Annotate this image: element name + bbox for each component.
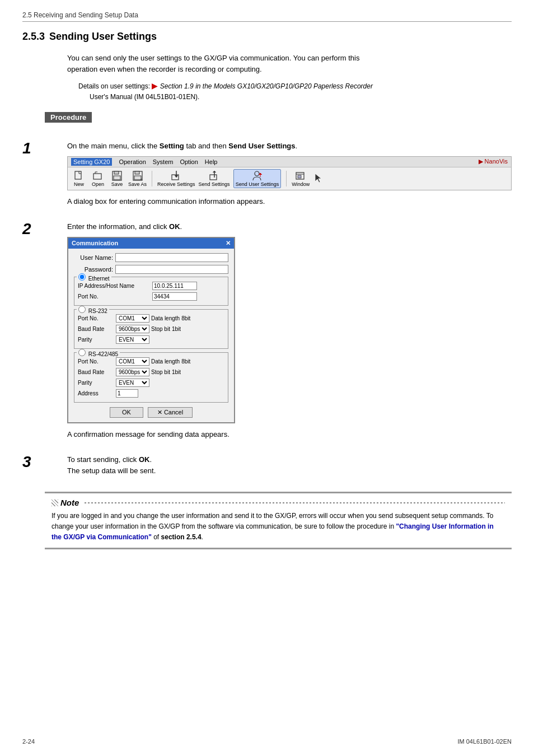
password-label: Password: — [74, 266, 113, 273]
rs422-address-input[interactable] — [116, 389, 138, 398]
rs232-port-row: Port No. COM1 Data length 8bit — [78, 314, 224, 323]
dialog-close-btn[interactable]: ✕ — [226, 240, 231, 247]
save-as-button[interactable]: + Save As — [128, 170, 147, 187]
dialog-buttons: OK ✕ Cancel — [74, 407, 228, 418]
rs422-group: RS-422/485 Port No. COM1 Data length 8bi… — [74, 352, 228, 403]
rs232-port-label: Port No. — [78, 315, 114, 321]
svg-rect-4 — [114, 176, 120, 180]
menu-help[interactable]: Help — [205, 158, 218, 165]
send-settings-button[interactable]: Send Settings — [199, 170, 230, 187]
breadcrumb: 2.5 Receiving and Sending Setup Data — [22, 11, 512, 22]
new-button[interactable]: New — [71, 170, 87, 187]
section-intro: You can send only the user settings to t… — [67, 53, 512, 74]
rs422-legend: RS-422/485 — [77, 349, 120, 357]
procedure-label: Procedure — [45, 112, 92, 123]
dialog-title: Communication — [72, 240, 118, 246]
rs422-port-select[interactable]: COM1 — [116, 357, 149, 366]
ip-row: IP Address/Host Name — [78, 282, 224, 290]
send-icon — [209, 170, 220, 181]
svg-rect-1 — [93, 174, 101, 179]
menu-option[interactable]: Option — [180, 158, 198, 165]
page-footer: 2-24 IM 04L61B01-02EN — [22, 738, 512, 745]
svg-marker-16 — [315, 174, 321, 183]
section-number: 2.5.3 — [22, 31, 45, 43]
port-input[interactable] — [152, 292, 197, 301]
port-row: Port No. — [78, 292, 224, 301]
dialog-ok-button[interactable]: OK — [110, 407, 143, 418]
password-input[interactable] — [115, 265, 228, 274]
receive-settings-button[interactable]: Receive Settings — [157, 170, 195, 187]
cursor-icon — [315, 174, 322, 183]
window-icon — [295, 170, 306, 181]
ethernet-radio[interactable] — [78, 273, 86, 281]
rs232-port-select[interactable]: COM1 — [116, 314, 149, 323]
details-ref: Details on user settings: ▶ Section 1.9 … — [78, 80, 512, 102]
dialog-titlebar: Communication ✕ — [68, 238, 234, 249]
note-box: Note If you are logged in and you change… — [45, 492, 512, 549]
dialog-cancel-button[interactable]: ✕ Cancel — [148, 407, 193, 418]
rs422-baud-row: Baud Rate 9600bps Stop bit 1bit — [78, 368, 224, 376]
rs422-radio[interactable] — [78, 349, 86, 356]
cursor-indicator — [315, 174, 322, 184]
ethernet-group: Ethernet IP Address/Host Name Port No. — [74, 277, 228, 306]
menu-setting-gx20[interactable]: Setting GX20 — [71, 158, 112, 166]
rs422-address-label: Address — [78, 390, 114, 396]
rs422-parity-row: Parity EVEN — [78, 379, 224, 387]
rs232-baud-label: Baud Rate — [78, 326, 114, 332]
step-1-number: 1 — [22, 141, 56, 156]
breadcrumb-text: 2.5 Receiving and Sending Setup Data — [22, 11, 138, 19]
ip-label: IP Address/Host Name — [78, 283, 151, 289]
app-iconbar: New Open Save + Save As — [68, 167, 511, 190]
ip-input[interactable] — [152, 282, 197, 290]
svg-text:+: + — [140, 177, 143, 181]
rs422-port-row: Port No. COM1 Data length 8bit — [78, 357, 224, 366]
rs232-group: RS-232 Port No. COM1 Data length 8bit Ba… — [74, 309, 228, 349]
footer-doc-id: IM 04L61B01-02EN — [457, 738, 512, 745]
step-1-text: On the main menu, click the Setting tab … — [67, 141, 512, 152]
password-row: Password: — [74, 265, 228, 274]
username-label: User Name: — [74, 254, 113, 261]
step-2-number: 2 — [22, 221, 56, 237]
step-3: 3 To start sending, click OK. The setup … — [22, 454, 512, 480]
step-1: 1 On the main menu, click the Setting ta… — [22, 141, 512, 211]
rs422-port-label: Port No. — [78, 358, 114, 365]
rs232-baud-select[interactable]: 9600bps — [116, 325, 149, 333]
rs422-parity-select[interactable]: EVEN — [116, 379, 149, 387]
port-label: Port No. — [78, 293, 151, 300]
save-icon — [111, 170, 123, 181]
rs232-parity-select[interactable]: EVEN — [116, 335, 149, 344]
send-user-settings-button[interactable]: Send User Settings — [233, 169, 282, 188]
dialog-body: User Name: Password: Ethernet — [68, 249, 234, 422]
svg-rect-0 — [75, 171, 81, 179]
menu-system[interactable]: System — [153, 158, 174, 165]
step-3-number: 3 — [22, 454, 56, 470]
window-button[interactable]: Window — [292, 170, 310, 187]
svg-point-11 — [255, 171, 259, 176]
svg-rect-15 — [298, 175, 301, 178]
svg-rect-3 — [114, 171, 119, 174]
app-toolbar-screenshot: Setting GX20 Operation System Option Hel… — [67, 156, 512, 190]
rs232-radio[interactable] — [78, 306, 86, 313]
save-button[interactable]: Save — [109, 170, 125, 187]
step-2-after-text: A confirmation message for sending data … — [67, 429, 512, 440]
open-button[interactable]: Open — [90, 170, 106, 187]
step-2: 2 Enter the information, and click OK. C… — [22, 221, 512, 444]
username-input[interactable] — [115, 253, 228, 262]
receive-icon — [171, 170, 182, 181]
toolbar-separator-2 — [286, 171, 287, 186]
rs422-parity-label: Parity — [78, 380, 114, 386]
new-doc-icon — [73, 170, 85, 181]
step-2-text: Enter the information, and click OK. — [67, 221, 512, 232]
toolbar-separator-1 — [152, 171, 152, 186]
rs232-legend: RS-232 — [77, 306, 109, 314]
footer-page-number: 2-24 — [22, 738, 35, 745]
rs232-baud-row: Baud Rate 9600bps Stop bit 1bit — [78, 325, 224, 333]
rs232-parity-label: Parity — [78, 337, 114, 343]
app-menubar: Setting GX20 Operation System Option Hel… — [68, 157, 511, 167]
rs422-address-row: Address — [78, 389, 224, 398]
svg-rect-10 — [210, 175, 217, 180]
svg-rect-6 — [135, 171, 139, 174]
rs232-parity-row: Parity EVEN — [78, 335, 224, 344]
menu-operation[interactable]: Operation — [119, 158, 146, 165]
rs422-baud-select[interactable]: 9600bps — [116, 368, 149, 376]
